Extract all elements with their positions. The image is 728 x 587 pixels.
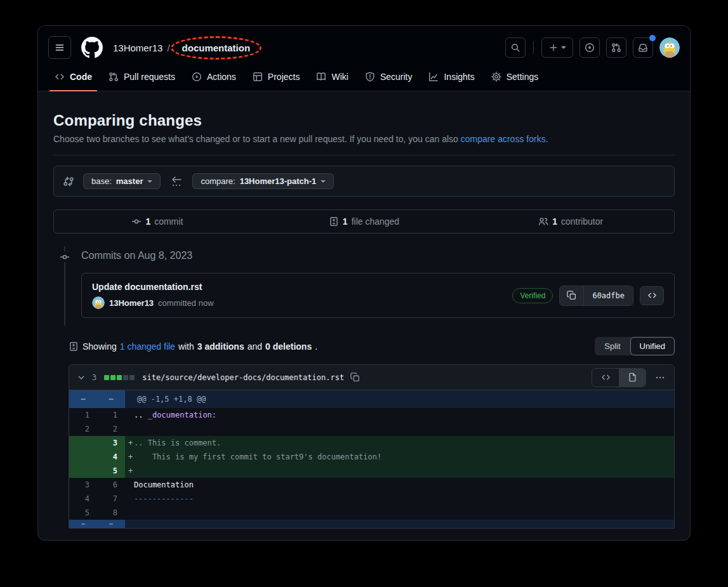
unified-view-button[interactable]: Unified xyxy=(630,337,675,355)
tab-actions[interactable]: Actions xyxy=(185,67,242,91)
new-line-number: 3 xyxy=(97,436,125,450)
stat-count: 1 xyxy=(552,216,557,227)
tab-wiki[interactable]: Wiki xyxy=(310,67,354,91)
book-icon xyxy=(316,72,326,82)
line-number-gutter: 3 xyxy=(69,436,125,450)
chevron-down-icon xyxy=(561,46,566,49)
diffstat[interactable] xyxy=(104,375,135,380)
base-label: base: xyxy=(91,176,112,186)
stat-label: commit xyxy=(154,216,183,227)
collapse-file-button[interactable] xyxy=(76,372,87,383)
base-branch-selector[interactable]: base: master xyxy=(83,173,161,189)
user-avatar-button[interactable] xyxy=(659,37,680,58)
search-button[interactable] xyxy=(505,37,526,58)
commit-author-avatar[interactable] xyxy=(92,296,105,309)
github-logo[interactable] xyxy=(81,37,103,58)
repo-name-link[interactable]: documentation xyxy=(182,43,251,53)
compare-across-forks-link[interactable]: compare across forks xyxy=(461,134,546,144)
tab-security[interactable]: Security xyxy=(359,67,419,91)
github-mark-icon xyxy=(81,37,103,58)
old-line-number xyxy=(69,450,97,464)
section-divider xyxy=(53,155,675,155)
commit-title-link[interactable]: Update documentation.rst xyxy=(92,282,214,292)
stat-files-changed[interactable]: 1 file changed xyxy=(261,210,468,233)
diff-marker: + xyxy=(125,464,134,478)
global-menu-button[interactable] xyxy=(48,36,71,59)
line-number-gutter: 36 xyxy=(69,478,125,492)
diff-hunk-row: ⋯⋯ xyxy=(69,520,674,528)
diff-hunk-row: ⋯⋯@@ -1,5 +1,8 @@ xyxy=(69,390,674,408)
verified-badge[interactable]: Verified xyxy=(512,288,553,303)
arrow-left-icon xyxy=(171,176,182,183)
breadcrumb-separator: / xyxy=(167,43,169,53)
tab-label: Actions xyxy=(207,72,236,82)
code-line: + This is my first commit to start9's do… xyxy=(125,450,674,464)
create-new-button[interactable] xyxy=(541,37,573,58)
branch-selector-bar: base: master compare: 13Homer13-patch-1 xyxy=(53,166,675,197)
tab-pull-requests[interactable]: Pull requests xyxy=(102,67,182,91)
git-pull-request-icon xyxy=(109,72,119,82)
tab-settings[interactable]: Settings xyxy=(485,67,545,91)
diff-summary-row: Showing 1 changed file with 3 additions … xyxy=(69,337,675,355)
old-line-number xyxy=(69,436,97,450)
commit-author-link[interactable]: 13Homer13 xyxy=(109,298,154,308)
expand-hunk-button[interactable]: ⋯⋯ xyxy=(69,520,125,528)
line-number-gutter: 58 xyxy=(69,506,125,520)
tab-code[interactable]: Code xyxy=(48,67,98,91)
stat-label: contributor xyxy=(561,216,603,227)
diff-view-toggle: Split Unified xyxy=(595,337,675,355)
breadcrumb: 13Homer13 / documentation xyxy=(113,41,258,55)
diffstat-square xyxy=(123,375,128,380)
copy-path-button[interactable] xyxy=(349,371,361,383)
view-source-button[interactable] xyxy=(592,369,619,386)
rich-diff-button[interactable] xyxy=(619,369,645,386)
commit-icon xyxy=(131,216,142,227)
commit-card: Update documentation.rst 13Homer13 commi… xyxy=(81,273,675,318)
tab-projects[interactable]: Projects xyxy=(246,67,307,91)
issues-button[interactable] xyxy=(579,37,600,58)
diff-code-row: 36 Documentation xyxy=(69,478,674,492)
compare-branch-selector[interactable]: compare: 13Homer13-patch-1 xyxy=(192,173,334,189)
file-options-button[interactable] xyxy=(652,370,668,385)
tab-label: Settings xyxy=(506,72,539,82)
avatar-image xyxy=(659,37,680,58)
notifications-wrap xyxy=(633,37,653,58)
description-suffix: . xyxy=(546,134,548,144)
expand-hunk-button[interactable]: ⋯⋯ xyxy=(69,390,125,408)
diff-code-row: 4+ This is my first commit to start9's d… xyxy=(69,450,674,464)
code-icon xyxy=(55,72,65,82)
stat-contributors[interactable]: 1 contributor xyxy=(467,210,674,233)
tab-insights[interactable]: Insights xyxy=(422,67,480,91)
graph-icon xyxy=(428,72,439,82)
play-circle-icon xyxy=(192,72,202,82)
commits-date-heading: Commits on Aug 8, 2023 xyxy=(81,250,675,261)
tab-label: Code xyxy=(70,72,92,82)
kebab-horizontal-icon xyxy=(655,373,665,383)
diff-code-row: 58 xyxy=(69,506,674,520)
browse-code-button[interactable] xyxy=(640,286,664,305)
files-section: Showing 1 changed file with 3 additions … xyxy=(69,337,675,529)
pull-requests-button[interactable] xyxy=(606,37,626,58)
showing-text: Showing xyxy=(83,341,117,352)
gear-icon xyxy=(491,72,501,82)
diff-summary-text: Showing 1 changed file with 3 additions … xyxy=(69,341,317,352)
changed-files-link[interactable]: 1 changed file xyxy=(120,341,175,352)
old-line-number: 1 xyxy=(69,408,97,422)
commit-sha-link[interactable]: 60adfbe xyxy=(584,286,633,305)
hunk-header-text xyxy=(125,520,674,528)
old-line-number: 5 xyxy=(69,506,97,520)
split-view-button[interactable]: Split xyxy=(595,337,630,355)
table-icon xyxy=(253,72,263,82)
file-path[interactable]: site/source/developer-docs/documentation… xyxy=(142,373,344,382)
diffstat-square xyxy=(104,375,109,380)
app-header: 13Homer13 / documentation xyxy=(38,26,690,91)
code-icon xyxy=(601,373,611,382)
commit-node-icon xyxy=(60,252,70,262)
diff-marker xyxy=(125,478,134,492)
diff-file-header: 3 site/source/developer-docs/documentati… xyxy=(69,365,674,390)
repo-owner-link[interactable]: 13Homer13 xyxy=(113,43,162,53)
line-number-gutter: 4 xyxy=(69,450,125,464)
copy-sha-button[interactable] xyxy=(560,286,584,305)
code-line xyxy=(125,506,674,520)
stat-commits[interactable]: 1 commit xyxy=(54,210,261,233)
